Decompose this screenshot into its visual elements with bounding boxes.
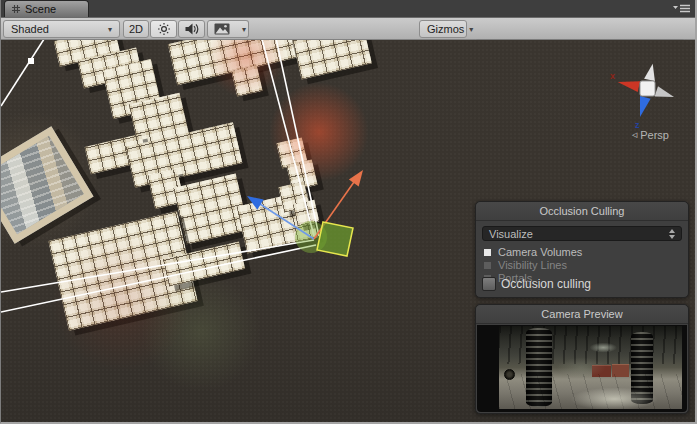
tab-strip: Scene	[1, 0, 695, 17]
projection-toggle[interactable]: ◃ Persp	[632, 128, 669, 141]
tile-cluster	[292, 40, 372, 80]
2d-toggle-button[interactable]: 2D	[123, 20, 149, 38]
preview-lighting	[499, 326, 682, 409]
tab-label: Scene	[25, 3, 56, 15]
chevron-down-icon: ▾	[103, 25, 112, 34]
visualize-mode-value: Visualize	[489, 228, 533, 240]
visualize-option-label: Camera Volumes	[498, 246, 582, 258]
effects-dropdown-arrow[interactable]: ▾	[235, 20, 249, 38]
checkbox-icon	[482, 277, 496, 291]
visualize-option-label: Visibility Lines	[498, 259, 567, 271]
scene-grid-icon	[11, 4, 21, 14]
scene-effects-button[interactable]	[207, 20, 236, 38]
shading-mode-value: Shaded	[11, 23, 49, 35]
scene-view-window: Scene Shaded ▾ 2D	[0, 0, 697, 424]
gizmos-label: Gizmos	[427, 23, 464, 35]
visualize-option-camera-volumes[interactable]: Camera Volumes	[484, 246, 582, 258]
scene-viewport[interactable]: x z ◃ Persp Occlusion Culling Visualize …	[1, 40, 695, 422]
projection-arrow-icon: ◃	[632, 128, 638, 141]
occlusion-culling-toggle[interactable]: Occlusion culling	[482, 277, 591, 291]
visualize-mode-dropdown[interactable]: Visualize	[482, 226, 682, 241]
camera-preview-image	[499, 326, 682, 409]
visualize-option-visibility-lines[interactable]: Visibility Lines	[484, 259, 582, 271]
axis-cone-z[interactable]	[640, 96, 651, 117]
tile-cluster	[231, 65, 262, 96]
tile-cluster	[293, 200, 319, 226]
projection-label: Persp	[640, 129, 669, 141]
camera-preview-panel: Camera Preview	[475, 304, 689, 414]
chevron-down-icon: ▾	[237, 25, 246, 34]
chevron-down-icon: ▾	[464, 25, 473, 34]
axis-x-label: x	[610, 71, 615, 81]
speaker-icon	[184, 22, 199, 36]
shading-mode-dropdown[interactable]: Shaded ▾	[3, 20, 120, 38]
building-structure	[1, 126, 94, 244]
occlusion-culling-panel: Occlusion Culling Visualize Camera Volum…	[475, 201, 689, 298]
camera-preview-title: Camera Preview	[476, 305, 688, 324]
tile-cluster	[168, 40, 296, 85]
occlusion-panel-title: Occlusion Culling	[476, 202, 688, 221]
sun-icon	[157, 22, 171, 36]
checkbox-icon	[484, 262, 491, 269]
axis-cone-y[interactable]	[644, 64, 655, 81]
axis-cone-x[interactable]	[618, 81, 640, 92]
scene-lighting-button[interactable]	[150, 20, 177, 38]
camera-preview-mat	[477, 325, 687, 412]
scene-toolbar: Shaded ▾ 2D	[1, 17, 695, 40]
tab-scene[interactable]: Scene	[4, 0, 89, 17]
gizmos-dropdown[interactable]: Gizmos ▾	[419, 20, 467, 38]
scene-audio-button[interactable]	[178, 20, 205, 38]
checkbox-icon	[484, 249, 491, 256]
updown-arrows-icon	[669, 229, 675, 239]
occlusion-toggle-label: Occlusion culling	[501, 277, 591, 291]
axis-cone-right[interactable]	[655, 86, 674, 97]
pane-menu-icon[interactable]	[673, 3, 691, 14]
gizmo-center-cube[interactable]	[640, 81, 655, 96]
image-icon	[214, 23, 230, 35]
